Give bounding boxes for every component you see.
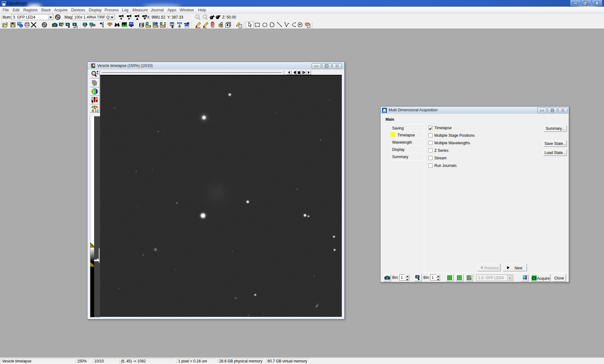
svg-text:Σ: Σ [164, 22, 166, 25]
svg-text:i: i [21, 24, 22, 28]
svg-text:F9: F9 [139, 23, 143, 27]
